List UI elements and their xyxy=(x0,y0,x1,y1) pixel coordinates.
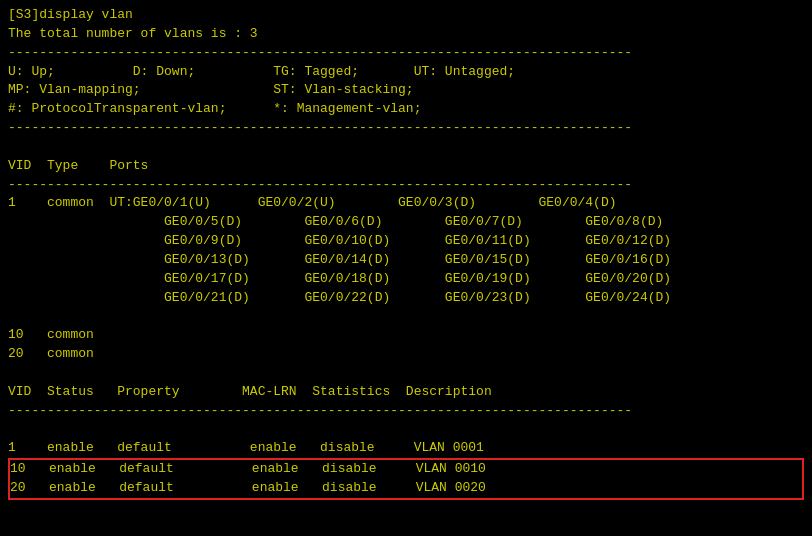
terminal-window: [S3]display vlanThe total number of vlan… xyxy=(8,6,804,536)
v1_1: 1 common UT:GE0/0/1(U) GE0/0/2(U) GE0/0/… xyxy=(8,194,804,213)
v1_5: GE0/0/17(D) GE0/0/18(D) GE0/0/19(D) GE0/… xyxy=(8,270,804,289)
v1_2: GE0/0/5(D) GE0/0/6(D) GE0/0/7(D) GE0/0/8… xyxy=(8,213,804,232)
blank3 xyxy=(8,364,804,383)
blank4 xyxy=(8,421,804,440)
total: The total number of vlans is : 3 xyxy=(8,25,804,44)
v1_3: GE0/0/9(D) GE0/0/10(D) GE0/0/11(D) GE0/0… xyxy=(8,232,804,251)
table-row: 10 enable default enable disable VLAN 00… xyxy=(10,460,802,479)
v10: 10 common xyxy=(8,326,804,345)
table-row: 20 enable default enable disable VLAN 00… xyxy=(10,479,802,498)
highlight-group: 10 enable default enable disable VLAN 00… xyxy=(8,458,804,500)
div3: ----------------------------------------… xyxy=(8,176,804,195)
div4: ----------------------------------------… xyxy=(8,402,804,421)
blank2 xyxy=(8,308,804,327)
legend3: #: ProtocolTransparent-vlan; *: Manageme… xyxy=(8,100,804,119)
legend2: MP: Vlan-mapping; ST: Vlan-stacking; xyxy=(8,81,804,100)
div1: ----------------------------------------… xyxy=(8,44,804,63)
div2: ----------------------------------------… xyxy=(8,119,804,138)
header1: VID Type Ports xyxy=(8,157,804,176)
v1_6: GE0/0/21(D) GE0/0/22(D) GE0/0/23(D) GE0/… xyxy=(8,289,804,308)
v1_4: GE0/0/13(D) GE0/0/14(D) GE0/0/15(D) GE0/… xyxy=(8,251,804,270)
blank1 xyxy=(8,138,804,157)
legend1: U: Up; D: Down; TG: Tagged; UT: Untagged… xyxy=(8,63,804,82)
cmd: [S3]display vlan xyxy=(8,6,804,25)
v20: 20 common xyxy=(8,345,804,364)
header2: VID Status Property MAC-LRN Statistics D… xyxy=(8,383,804,402)
r1: 1 enable default enable disable VLAN 000… xyxy=(8,439,804,458)
